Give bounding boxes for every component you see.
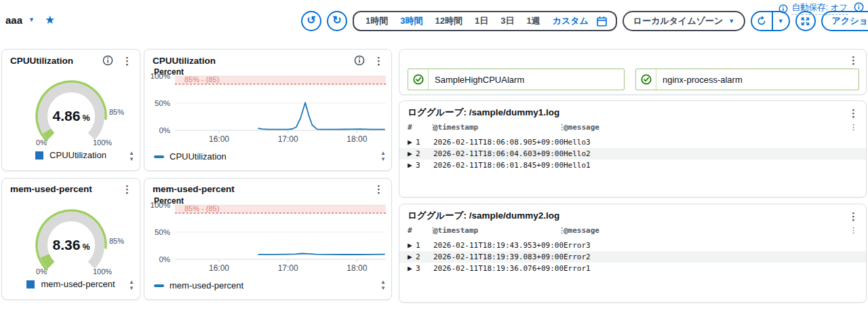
- alarm-status-box[interactable]: SampleHighCPUAlarm: [408, 69, 625, 90]
- column-header-message[interactable]: @message: [564, 226, 599, 235]
- row-timestamp: 2026-02-11T18:06:04.603+09:00: [433, 149, 564, 158]
- svg-text:0%: 0%: [159, 255, 170, 263]
- legend-scroll-up-icon[interactable]: ▲: [129, 151, 134, 156]
- refresh-button[interactable]: [752, 12, 771, 30]
- actions-label: アクション: [832, 15, 868, 27]
- legend-scroll-up-icon[interactable]: ▲: [129, 280, 134, 285]
- log-table: #⋮@timestamp⋮@message⋮▶12026-02-11T18:19…: [399, 225, 866, 274]
- legend-scroll-down-icon[interactable]: ▼: [129, 157, 134, 162]
- svg-text:85% - (85): 85% - (85): [184, 75, 219, 83]
- row-message: Hello2: [564, 149, 591, 158]
- legend-scroll-down-icon[interactable]: ▼: [129, 286, 134, 291]
- column-header-message[interactable]: @message: [564, 123, 599, 132]
- svg-text:50%: 50%: [155, 99, 170, 107]
- legend-scroll-down-icon[interactable]: ▼: [380, 286, 386, 291]
- chevron-down-icon[interactable]: ▼: [28, 17, 35, 23]
- top-bar: aaa ▼ ★ ↺ ↻ 1時間3時間12時間1日3日1週 カスタム ローカルタイ…: [0, 0, 868, 45]
- svg-text:85%: 85%: [109, 108, 124, 116]
- row-index: 2: [416, 149, 420, 158]
- alarm-name: nginx-process-alarm: [656, 69, 743, 90]
- expand-row-icon[interactable]: ▶: [408, 138, 412, 147]
- log-table-header: #⋮@timestamp⋮@message⋮: [399, 122, 866, 136]
- widget-title: CPUUtilization: [10, 56, 96, 66]
- time-range-button[interactable]: 12時間: [429, 15, 468, 27]
- widget-menu-dots-icon[interactable]: ⋮: [372, 184, 386, 194]
- svg-text:18:00: 18:00: [347, 263, 367, 273]
- svg-text:17:00: 17:00: [278, 263, 298, 273]
- alarm-ok-check-icon: [636, 69, 656, 90]
- widget-title: mem-used-percent: [10, 184, 113, 194]
- legend-label[interactable]: CPUUtilization: [170, 151, 226, 162]
- widget-menu-dots-icon[interactable]: ⋮: [372, 56, 386, 66]
- row-timestamp: 2026-02-11T18:06:01.845+09:00: [433, 161, 564, 170]
- alarm-status-box[interactable]: nginx-process-alarm: [635, 69, 859, 90]
- log-table-row[interactable]: ▶12026-02-11T18:06:08.905+09:00Hello3: [399, 136, 866, 148]
- widget-menu-dots-icon[interactable]: ⋮: [846, 211, 861, 221]
- column-header-timestamp[interactable]: @timestamp: [433, 226, 478, 235]
- info-icon[interactable]: [354, 55, 365, 66]
- legend-color-swatch: [35, 151, 43, 160]
- autosave-label: 自動保存: オフ: [791, 2, 848, 15]
- widget-menu-dots-icon[interactable]: ⋮: [120, 184, 134, 194]
- page-info-button[interactable]: [854, 2, 864, 15]
- custom-range-button[interactable]: カスタム: [547, 15, 595, 27]
- dashboard-name: aaa: [5, 14, 22, 26]
- widget-menu-dots-icon[interactable]: ⋮: [120, 56, 134, 66]
- log-table-row[interactable]: ▶22026-02-11T18:06:04.603+09:00Hello2: [399, 148, 866, 160]
- dashboard-title-group: aaa ▼ ★: [5, 14, 55, 26]
- svg-text:50%: 50%: [155, 228, 170, 236]
- legend-scroll[interactable]: ▲ ▼: [129, 151, 134, 162]
- row-message: Hello3: [564, 138, 591, 147]
- column-options-dots-icon[interactable]: ⋮: [850, 226, 857, 235]
- legend-label[interactable]: mem-used-percent: [170, 280, 243, 291]
- legend-label[interactable]: mem-used-percent: [41, 279, 115, 289]
- expand-row-icon[interactable]: ▶: [408, 149, 412, 158]
- calendar-button[interactable]: [595, 16, 610, 27]
- info-icon: [854, 2, 864, 12]
- refresh-icon: [756, 16, 767, 26]
- info-icon[interactable]: [102, 55, 113, 66]
- legend-scroll[interactable]: ▲ ▼: [380, 280, 386, 291]
- legend-scroll-down-icon[interactable]: ▼: [380, 157, 386, 162]
- time-range-button[interactable]: 3日: [494, 15, 520, 27]
- widget-menu-dots-icon[interactable]: ⋮: [846, 55, 861, 65]
- widget-title: mem-used-percent: [153, 184, 365, 194]
- expand-row-icon[interactable]: ▶: [408, 241, 412, 250]
- favorite-star-icon[interactable]: ★: [45, 14, 55, 26]
- svg-text:4.86%: 4.86%: [53, 108, 90, 124]
- widget-log-table-1: ロググループ: /sample/dummy1.log ⋮ #⋮@timestam…: [399, 100, 867, 198]
- column-options-dots-icon[interactable]: ⋮: [850, 123, 857, 132]
- column-header-index[interactable]: #: [408, 226, 412, 235]
- time-range-button[interactable]: 3時間: [394, 15, 429, 27]
- fullscreen-icon: [800, 16, 810, 26]
- log-table-row[interactable]: ▶32026-02-11T18:19:36.076+09:00Error1: [399, 263, 866, 274]
- legend-scroll[interactable]: ▲ ▼: [380, 151, 386, 162]
- legend-scroll-up-icon[interactable]: ▲: [380, 151, 386, 156]
- svg-text:100%: 100%: [151, 201, 170, 209]
- time-range-group: 1時間3時間12時間1日3日1週: [359, 15, 547, 27]
- expand-row-icon[interactable]: ▶: [408, 161, 412, 170]
- undo-button[interactable]: ↺: [301, 11, 321, 31]
- legend-scroll-up-icon[interactable]: ▲: [380, 280, 386, 285]
- expand-row-icon[interactable]: ▶: [408, 264, 412, 273]
- row-index: 2: [416, 253, 420, 261]
- expand-row-icon[interactable]: ▶: [408, 253, 412, 261]
- row-message: Hello1: [564, 161, 591, 170]
- column-header-index[interactable]: #: [408, 123, 412, 132]
- time-range-button[interactable]: 1日: [469, 15, 494, 27]
- log-table-row[interactable]: ▶22026-02-11T18:19:39.083+09:00Error2: [399, 251, 866, 263]
- legend-scroll[interactable]: ▲ ▼: [129, 280, 134, 291]
- log-table-row[interactable]: ▶32026-02-11T18:06:01.845+09:00Hello1: [399, 160, 866, 171]
- log-table-row[interactable]: ▶12026-02-11T18:19:43.953+09:00Error3: [399, 240, 866, 251]
- autosave-toggle[interactable]: 自動保存: オフ: [778, 2, 848, 15]
- widget-alarm-status: ⋮ SampleHighCPUAlarmnginx-process-alarm: [399, 49, 867, 95]
- time-range-button[interactable]: 1週: [520, 15, 546, 27]
- svg-text:85%: 85%: [109, 237, 124, 245]
- svg-text:100%: 100%: [93, 138, 112, 147]
- time-range-button[interactable]: 1時間: [359, 15, 394, 27]
- legend-label[interactable]: CPUUtilization: [50, 150, 106, 160]
- widget-menu-dots-icon[interactable]: ⋮: [846, 108, 861, 118]
- redo-button[interactable]: ↻: [327, 11, 347, 31]
- timezone-dropdown[interactable]: ローカルタイムゾーン ▼: [623, 11, 745, 31]
- column-header-timestamp[interactable]: @timestamp: [433, 123, 478, 132]
